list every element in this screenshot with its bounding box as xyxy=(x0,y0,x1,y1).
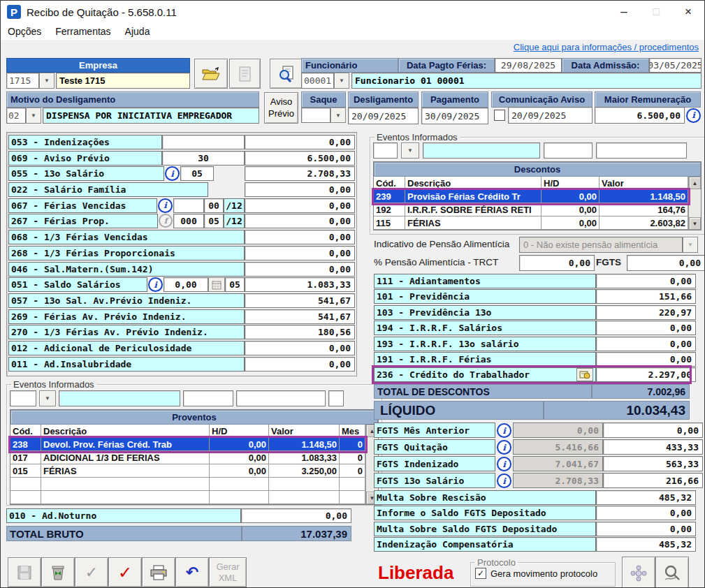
open-button[interactable] xyxy=(194,59,228,89)
verba-value[interactable]: 180,56 xyxy=(245,325,355,339)
funcionario-code-field[interactable]: 00001 xyxy=(301,73,334,89)
table-row[interactable]: 115FÉRIAS0,002.603,82 xyxy=(374,216,688,230)
print-button[interactable] xyxy=(142,557,175,587)
evento-right-valor-field[interactable] xyxy=(596,142,687,159)
desconto-verba-value[interactable]: 220,97 xyxy=(596,305,696,320)
empresa-code-field[interactable]: 1715 xyxy=(6,73,39,89)
pagamento-field[interactable]: 30/09/2025 xyxy=(421,108,488,124)
scroll-down-icon[interactable]: ▼ xyxy=(689,217,701,230)
desconto-verba-value[interactable]: 0,00 xyxy=(596,352,696,367)
verba-value[interactable]: 0,00 xyxy=(245,182,355,197)
verba-extra-field[interactable] xyxy=(162,135,245,149)
protocolo-checkbox[interactable]: ✓ xyxy=(475,568,486,579)
info-icon[interactable]: i xyxy=(158,198,173,213)
table-row[interactable]: 239Provisão Férias Crédito Tr0,001.148,5… xyxy=(374,190,688,203)
table-row[interactable] xyxy=(10,491,365,504)
verba-extra-field[interactable]: 05 xyxy=(225,277,245,292)
motivo-code-field[interactable]: 02 xyxy=(6,108,26,124)
fgts-value[interactable]: 563,33 xyxy=(603,456,703,471)
verba-value[interactable]: 0,00 xyxy=(245,262,355,277)
verba-extra-field[interactable]: 30 xyxy=(162,151,245,166)
verba-value[interactable]: 0,00 xyxy=(245,230,355,244)
evento-left-desc-field[interactable] xyxy=(59,390,180,406)
desconto-verba-value[interactable]: 2.297,00 xyxy=(596,367,696,382)
table-row[interactable]: 238Devol. Prov. Férias Créd. Trab0,001.1… xyxy=(10,438,365,451)
info-icon[interactable]: i xyxy=(497,457,511,471)
motivo-dropdown-icon[interactable]: ▼ xyxy=(26,108,41,124)
verba-extra-field[interactable]: 000 xyxy=(173,214,204,228)
pensao-fgts-field[interactable]: 0,00 xyxy=(627,255,705,271)
desconto-verba-value[interactable]: 151,66 xyxy=(596,289,696,304)
sign-search-button[interactable] xyxy=(655,557,689,588)
verba-value[interactable]: 0,00 xyxy=(245,357,355,372)
funcionario-dropdown-icon[interactable]: ▼ xyxy=(334,73,349,89)
info-icon[interactable]: i xyxy=(165,166,180,181)
verba-extra-field[interactable]: 05 xyxy=(180,166,214,181)
multa-value[interactable]: 0,00 xyxy=(596,506,696,520)
desconto-verba-value[interactable]: 0,00 xyxy=(596,274,696,288)
fgts-value[interactable]: 216,66 xyxy=(603,473,703,488)
table-row[interactable]: 017ADICIONAL 1/3 DE FERIAS0,001.083,330 xyxy=(10,451,365,464)
minimize-button[interactable]: – xyxy=(608,1,640,23)
comunicacao-aviso-checkbox[interactable] xyxy=(494,110,505,121)
table-row[interactable]: 192I.R.R.F. SOBRE FÉRIAS RETI0,00164,76 xyxy=(374,203,688,216)
evento-right-code-field[interactable] xyxy=(373,142,398,159)
info-icon[interactable]: i xyxy=(497,423,511,438)
verba-extra-field[interactable]: 05 xyxy=(204,214,224,228)
multa-value[interactable]: 0,00 xyxy=(596,522,696,536)
saque-dropdown-icon[interactable]: ▼ xyxy=(330,108,346,123)
verba-value[interactable]: 1.083,33 xyxy=(245,277,355,292)
menu-item-opcoes[interactable]: Opções xyxy=(1,24,48,39)
verba-value[interactable]: 0,00 xyxy=(245,198,355,213)
verba-value[interactable]: 0,00 xyxy=(245,135,355,149)
verba-extra-field[interactable]: 00 xyxy=(204,198,224,213)
aviso-previo-button[interactable]: Aviso Prévio xyxy=(264,92,298,124)
evento-right-hd-field[interactable] xyxy=(544,142,593,159)
desconto-verba-value[interactable]: 0,00 xyxy=(596,337,696,351)
evento-left-mes-field[interactable] xyxy=(328,390,344,406)
desligamento-field[interactable]: 20/09/2025 xyxy=(348,108,419,124)
fgts-value[interactable]: 0,00 xyxy=(603,422,703,438)
evento-right-desc-field[interactable] xyxy=(423,142,540,159)
verba-value[interactable]: 2.708,33 xyxy=(245,166,355,181)
table-row[interactable] xyxy=(10,478,365,491)
motivo-descricao-field[interactable]: DISPENSA POR INICIATIVA EMPREGADOR xyxy=(43,108,259,124)
delete-button[interactable] xyxy=(41,557,75,587)
info-icon[interactable]: i xyxy=(148,277,163,292)
preview-button[interactable] xyxy=(270,59,303,89)
calendar-icon[interactable] xyxy=(208,277,225,292)
table-row[interactable]: 015FÉRIAS0,003.250,000 xyxy=(10,464,365,478)
evento-left-hd-field[interactable] xyxy=(183,390,233,406)
info-icon[interactable]: i xyxy=(497,473,511,488)
menu-item-ajuda[interactable]: Ajuda xyxy=(118,24,157,39)
verba-value[interactable]: 0,00 xyxy=(245,214,355,228)
confirm-button[interactable]: ✓ xyxy=(108,557,142,587)
saque-field[interactable] xyxy=(301,108,330,123)
maior-remuneracao-field[interactable]: 6.500,00 xyxy=(595,107,685,124)
evento-left-dropdown-icon[interactable]: ▼ xyxy=(39,390,56,406)
pensao-percent-field[interactable]: 0,00 xyxy=(519,255,595,271)
fgts-value[interactable]: 433,33 xyxy=(603,439,703,455)
verba-value[interactable]: 0,00 xyxy=(245,341,355,355)
evento-left-code-field[interactable] xyxy=(10,390,36,406)
menu-item-ferramentas[interactable]: Ferramentas xyxy=(48,24,117,39)
verba-value[interactable]: 6.500,00 xyxy=(245,151,355,166)
empresa-dropdown-icon[interactable]: ▼ xyxy=(39,73,54,89)
verba-extra-field[interactable]: 0,00 xyxy=(163,277,208,292)
comunicacao-aviso-date-field[interactable]: 20/09/2025 xyxy=(508,107,593,124)
funcionario-name-field[interactable]: Funcionario 01 00001 xyxy=(351,73,702,89)
multa-value[interactable]: 485,32 xyxy=(596,537,696,552)
info-procedures-link[interactable]: Clique aqui para informações / procedime… xyxy=(514,42,699,52)
undo-button[interactable]: ↶ xyxy=(175,557,209,587)
data-pagto-ferias-field[interactable]: 29/08/2025 xyxy=(495,58,562,73)
multa-value[interactable]: 485,32 xyxy=(596,490,696,505)
money-icon[interactable] xyxy=(576,368,593,381)
maior-remuneracao-info-icon[interactable]: i xyxy=(686,108,701,123)
verba-value[interactable]: 541,67 xyxy=(245,309,355,324)
desconto-verba-value[interactable]: 0,00 xyxy=(596,321,696,335)
close-button[interactable]: × xyxy=(672,1,704,23)
verba-value[interactable]: 0,00 xyxy=(245,246,355,260)
grid-scrollbar[interactable]: ▲▼ xyxy=(688,177,701,230)
info-icon[interactable]: i xyxy=(497,440,511,455)
ad-noturno-value[interactable]: 0,00 xyxy=(241,508,351,523)
